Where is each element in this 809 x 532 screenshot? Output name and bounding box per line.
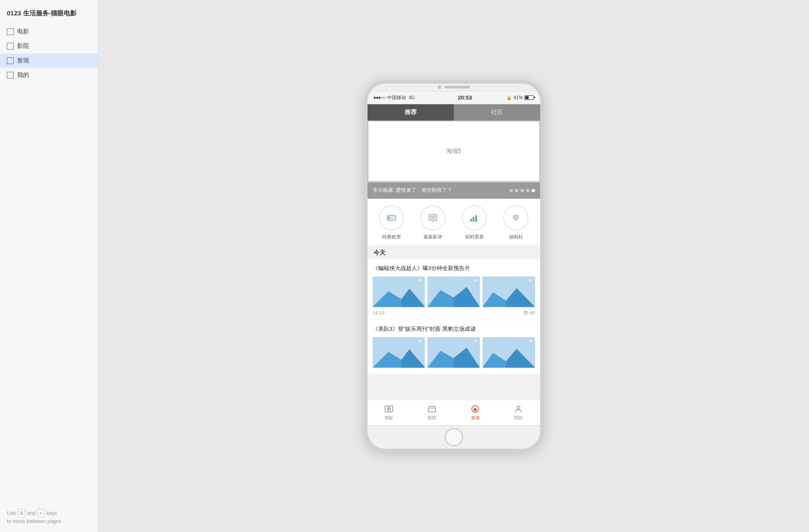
time: 20:53 <box>458 94 472 101</box>
nav-label-yingyuan: 影院 <box>428 415 436 421</box>
grid-icon <box>7 72 14 79</box>
svg-rect-7 <box>470 219 472 221</box>
icon-shishipiaorang[interactable]: 实时票房 <box>462 206 487 240</box>
sidebar-item-yingyuan[interactable]: 影院 <box>0 39 98 53</box>
nav-wode[interactable]: 我的 <box>514 404 523 421</box>
svg-point-29 <box>517 406 520 409</box>
section-today: 今天 <box>368 246 540 259</box>
lock-icon: 🔒 <box>506 95 512 100</box>
sidebar-item-wode[interactable]: 我的 <box>0 68 98 82</box>
nav-yingyuan[interactable]: 影院 <box>427 404 437 421</box>
phone-bottom <box>368 425 540 449</box>
sidebar-label-wode: 我的 <box>17 71 29 79</box>
sidebar-label-yingyuan: 影院 <box>17 42 29 50</box>
sidebar: 0123 生活服务-猫眼电影 电影 影院 发现 我的 Use S and > k… <box>0 0 98 532</box>
svg-rect-2 <box>388 217 389 219</box>
card-img-1-2 <box>427 276 480 307</box>
card-2-images <box>373 337 535 368</box>
review-icon <box>427 212 439 224</box>
nav-label-dianying: 电影 <box>385 415 393 421</box>
tab-tuijian[interactable]: 推荐 <box>368 104 454 121</box>
icon-label-tehuiqiangpiao: 特惠抢票 <box>382 234 401 240</box>
banner-label: 海报5 <box>446 147 462 155</box>
icon-zuixinyingping[interactable]: 最新影评 <box>421 206 445 240</box>
icon-label-fulishe: 福利社 <box>509 234 523 240</box>
nav-dianying-icon <box>384 404 394 414</box>
key-arrow: > <box>38 509 44 518</box>
status-bar: ●●●○○ 中国移动 3G 20:53 🔒 41% <box>368 91 540 104</box>
icon-fulishe[interactable]: 福利社 <box>503 206 528 240</box>
icon-row: 特惠抢票 最新影评 <box>368 199 540 246</box>
nav-label-wode: 我的 <box>514 415 523 421</box>
banner-area[interactable]: 海报5 <box>368 121 540 182</box>
card-img-2-1 <box>373 337 425 368</box>
svg-point-25 <box>388 408 390 410</box>
nav-dianying[interactable]: 电影 <box>384 404 394 421</box>
mountain-svg <box>427 341 480 367</box>
icon-circle-fulishe <box>503 206 528 230</box>
img-placeholder <box>482 337 535 368</box>
tab-shequ[interactable]: 社区 <box>454 104 540 121</box>
svg-rect-8 <box>473 217 474 221</box>
hint-text2: and <box>27 510 35 516</box>
battery-fill <box>525 96 528 99</box>
nav-label-faxian: 发现 <box>471 415 480 421</box>
img-placeholder <box>373 276 425 307</box>
banner-placeholder: 海报5 <box>368 121 540 182</box>
battery-icon <box>524 95 534 100</box>
camera <box>438 85 441 89</box>
svg-rect-26 <box>429 407 435 412</box>
top-tabs: 推荐 社区 <box>368 104 540 121</box>
img-placeholder <box>482 276 535 307</box>
card-img-2-2 <box>427 337 480 368</box>
caption-bar: 专访杨幂: 爱情来了，谁控制得了？ <box>368 182 540 199</box>
carrier: 中国移动 <box>387 94 406 101</box>
grid-icon <box>7 28 14 35</box>
signal-icon: ●●●○○ <box>374 95 385 100</box>
card-img-2-3 <box>482 337 535 368</box>
caption-dot-3 <box>521 189 524 192</box>
svg-marker-16 <box>506 288 535 307</box>
hint-text4: to move between pages <box>7 518 61 524</box>
svg-marker-6 <box>432 221 434 223</box>
ticket-icon <box>385 212 397 224</box>
card-2-title: 《美队3》登"娱乐周刊"封面 黑豹立场成谜 <box>373 325 535 333</box>
sidebar-item-faxian[interactable]: 发现 <box>0 53 98 68</box>
mountain-svg <box>427 281 480 307</box>
caption-dot-2 <box>515 189 518 192</box>
icon-label-shishipiaorang: 实时票房 <box>465 234 484 240</box>
nav-faxian[interactable]: 发现 <box>471 404 480 421</box>
phone-content[interactable]: 海报5 专访杨幂: 爱情来了，谁控制得了？ <box>368 121 540 400</box>
hint-text1: Use <box>7 510 16 516</box>
icon-circle-shishipiaorang <box>462 206 487 230</box>
card-1-images <box>373 276 535 307</box>
home-button[interactable] <box>445 428 463 446</box>
card-1[interactable]: 《蝙蝠侠大战超人》曝3分钟全新预告片 <box>368 259 540 320</box>
main-area: ●●●○○ 中国移动 3G 20:53 🔒 41% 推荐 社区 海报5 <box>98 0 809 532</box>
card-1-meta: 14:10 赞 80 <box>373 310 535 316</box>
icon-circle-zuixinyingping <box>421 206 445 230</box>
icon-label-zuixinyingping: 最新影评 <box>424 234 442 240</box>
nav-faxian-icon <box>471 404 480 414</box>
img-placeholder <box>373 337 425 368</box>
phone-top-bar <box>368 84 540 91</box>
network: 3G <box>409 95 415 100</box>
sidebar-label-dianying: 电影 <box>17 28 29 35</box>
caption-text: 专访杨幂: 爱情来了，谁控制得了？ <box>373 187 509 194</box>
svg-rect-9 <box>475 215 477 221</box>
img-placeholder <box>427 276 480 307</box>
sidebar-item-dianying[interactable]: 电影 <box>0 24 98 39</box>
card-2[interactable]: 《美队3》登"娱乐周刊"封面 黑豹立场成谜 <box>368 320 540 374</box>
icon-tehuiqiangpiao[interactable]: 特惠抢票 <box>379 206 404 240</box>
hint-text3: keys <box>47 510 57 516</box>
sidebar-hint: Use S and > keys to move between pages <box>0 502 98 532</box>
battery-pct: 41% <box>513 95 523 100</box>
key-s: S <box>18 509 25 518</box>
svg-rect-3 <box>429 215 437 220</box>
card-img-1-3 <box>482 276 535 307</box>
grid-icon <box>7 43 14 50</box>
card-1-time: 14:10 <box>373 310 385 315</box>
img-placeholder <box>427 337 480 368</box>
svg-marker-22 <box>506 349 535 367</box>
phone-mockup: ●●●○○ 中国移动 3G 20:53 🔒 41% 推荐 社区 海报5 <box>364 80 544 452</box>
